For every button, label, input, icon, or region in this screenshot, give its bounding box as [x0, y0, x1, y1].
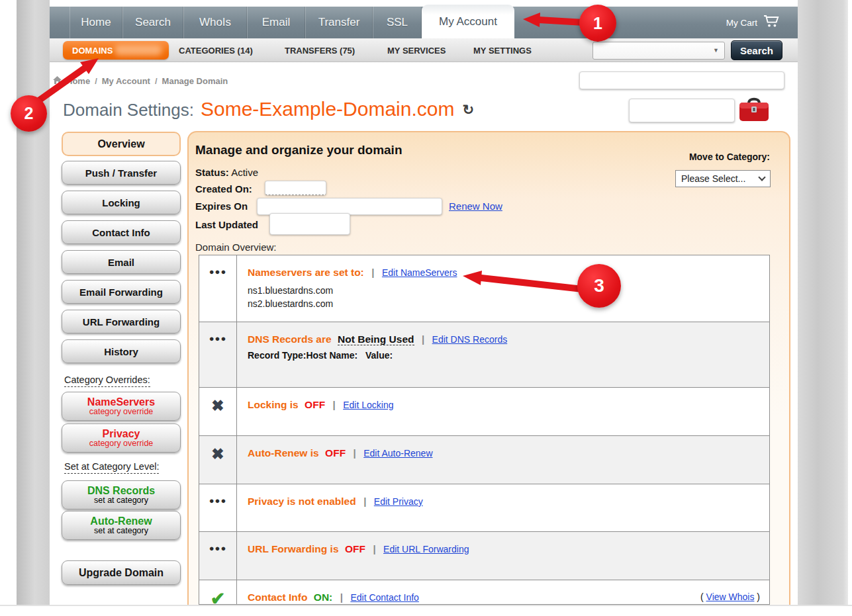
- refresh-icon[interactable]: ↻: [462, 102, 474, 118]
- override-title: NameServers: [87, 396, 155, 408]
- tab-ssl[interactable]: SSL: [373, 7, 422, 38]
- category-select[interactable]: Please Select...: [675, 170, 771, 187]
- created-line: Created On:: [195, 183, 252, 195]
- breadcrumb-separator: /: [155, 76, 158, 86]
- subnav-item-transfers[interactable]: TRANSFERS (75): [285, 46, 355, 56]
- sidebar-item-label: Email: [108, 257, 134, 268]
- row-content: DNS Records are Not Being Used | Edit DN…: [237, 322, 769, 387]
- expires-label: Expires On: [195, 200, 248, 212]
- row-title: Nameservers are set to:: [248, 267, 364, 278]
- row-content: URL Forwarding is OFF | Edit URL Forward…: [237, 532, 769, 580]
- renew-now-link[interactable]: Renew Now: [449, 200, 502, 212]
- nameserver-list: ns1.bluestardns.com ns2.bluestardns.com: [248, 284, 759, 310]
- dots-glyph: ●●●: [209, 267, 227, 277]
- row-content: Auto-Renew is OFF | Edit Auto-Renew: [237, 436, 769, 484]
- pipe-divider: |: [333, 399, 336, 410]
- table-row-dns-records: ●●● DNS Records are Not Being Used | Edi…: [199, 322, 769, 388]
- tab-email[interactable]: Email: [247, 7, 305, 38]
- breadcrumb-my-account[interactable]: My Account: [102, 76, 150, 86]
- subnav-item-domains[interactable]: DOMAINS: [63, 41, 169, 60]
- table-row-nameservers: ●●● Nameservers are set to: | Edit NameS…: [199, 255, 769, 322]
- search-button[interactable]: Search: [731, 40, 782, 60]
- override-subtitle: category override: [89, 439, 154, 448]
- redacted-box: [629, 99, 735, 122]
- edit-dns-records-link[interactable]: Edit DNS Records: [432, 334, 508, 345]
- x-glyph: ✖: [211, 447, 224, 461]
- subnav-item-my-settings[interactable]: MY SETTINGS: [473, 46, 532, 56]
- sidebar-item-dns-records-category[interactable]: DNS Records set at category: [62, 480, 181, 509]
- edit-privacy-link[interactable]: Edit Privacy: [374, 496, 423, 507]
- breadcrumb: Home / My Account / Manage Domain: [53, 76, 228, 86]
- tab-whois[interactable]: WhoIs: [183, 7, 247, 38]
- nameserver-2: ns2.bluestardns.com: [248, 297, 759, 310]
- row-title: URL Forwarding is: [248, 543, 339, 554]
- sub-navbar: DOMAINS CATEGORIES (14) TRANSFERS (75) M…: [50, 38, 798, 62]
- subnav-item-my-services[interactable]: MY SERVICES: [387, 46, 446, 56]
- pipe-divider: |: [373, 543, 375, 554]
- table-row-auto-renew: ✖ Auto-Renew is OFF | Edit Auto-Renew: [199, 436, 769, 484]
- row-status-off: OFF: [345, 543, 365, 554]
- tab-my-account[interactable]: My Account: [422, 5, 514, 38]
- tab-search[interactable]: Search: [122, 7, 183, 38]
- sidebar-item-label: Locking: [102, 197, 140, 208]
- pipe-divider: |: [422, 333, 424, 345]
- toolbox-icon[interactable]: [739, 96, 769, 126]
- dropdown-arrow-icon[interactable]: ▼: [713, 47, 719, 54]
- sidebar-item-label: Email Forwarding: [79, 286, 163, 298]
- redacted-box: [579, 71, 784, 89]
- redacted-box: [265, 181, 326, 195]
- breadcrumb-separator: /: [95, 76, 97, 86]
- category-level-title: DNS Records: [87, 485, 155, 496]
- sidebar-item-locking[interactable]: Locking: [62, 191, 181, 214]
- paren-open: (: [700, 592, 706, 602]
- sidebar-item-email[interactable]: Email: [62, 250, 181, 274]
- row-content: Privacy is not enabled | Edit Privacy: [237, 484, 769, 531]
- override-subtitle: category override: [89, 408, 154, 416]
- row-title: Locking is: [248, 399, 299, 410]
- sidebar-item-auto-renew-category[interactable]: Auto-Renew set at category: [62, 511, 181, 540]
- paren-close: ): [754, 592, 760, 602]
- edit-locking-link[interactable]: Edit Locking: [343, 400, 393, 410]
- row-status-off: OFF: [305, 399, 325, 410]
- sidebar-item-label: Contact Info: [92, 227, 150, 238]
- domain-overview-label: Domain Overview:: [195, 242, 277, 253]
- sidebar-item-privacy-override[interactable]: Privacy category override: [62, 423, 181, 453]
- home-icon: [53, 76, 62, 86]
- dots-icon: ●●●: [199, 484, 237, 531]
- table-row-contact-info: ✔ Contact Info ON: | Edit Contact Info (…: [199, 580, 769, 605]
- sidebar-item-url-forwarding[interactable]: URL Forwarding: [62, 310, 181, 333]
- page: Home Search WhoIs Email Transfer SSL My …: [0, 0, 852, 616]
- subnav-item-categories[interactable]: CATEGORIES (14): [179, 46, 253, 56]
- domain-overview-table: ●●● Nameservers are set to: | Edit NameS…: [199, 255, 770, 605]
- row-content: Nameservers are set to: | Edit NameServe…: [237, 255, 769, 322]
- dots-glyph: ●●●: [209, 496, 227, 506]
- check-glyph: ✔: [211, 592, 226, 605]
- view-whois-link[interactable]: View Whois: [706, 592, 755, 602]
- domain-search-combobox[interactable]: ▼: [592, 42, 725, 60]
- edit-url-forwarding-link[interactable]: Edit URL Forwarding: [383, 544, 469, 554]
- sidebar-item-history[interactable]: History: [62, 339, 181, 363]
- edit-contact-info-link[interactable]: Edit Contact Info: [350, 592, 419, 603]
- edit-nameservers-link[interactable]: Edit NameServers: [382, 267, 457, 278]
- tab-home[interactable]: Home: [70, 7, 122, 38]
- sidebar-item-email-forwarding[interactable]: Email Forwarding: [62, 280, 181, 304]
- cart-icon[interactable]: [763, 15, 781, 30]
- row-content: Contact Info ON: | Edit Contact Info ( V…: [237, 580, 769, 605]
- tab-transfer[interactable]: Transfer: [305, 7, 373, 38]
- sidebar-item-label: History: [104, 346, 138, 357]
- check-icon: ✔: [199, 580, 237, 605]
- row-title: Contact Info: [248, 592, 307, 603]
- upgrade-domain-button[interactable]: Upgrade Domain: [62, 560, 181, 585]
- my-cart[interactable]: My Cart: [726, 7, 781, 38]
- nameserver-1: ns1.bluestardns.com: [248, 284, 759, 297]
- sidebar-item-push-transfer[interactable]: Push / Transfer: [62, 161, 181, 185]
- sidebar-item-contact-info[interactable]: Contact Info: [62, 220, 181, 244]
- breadcrumb-home[interactable]: Home: [66, 76, 90, 86]
- updated-label: Last Updated: [195, 219, 258, 230]
- edit-auto-renew-link[interactable]: Edit Auto-Renew: [363, 448, 432, 459]
- panel-heading: Manage and organize your domain: [195, 143, 402, 157]
- page-title: Domain Settings: Some-Example-Domain.com…: [63, 98, 474, 120]
- view-whois-wrap: ( View Whois ): [700, 592, 760, 602]
- sidebar-item-overview[interactable]: Overview: [62, 132, 181, 156]
- sidebar-item-nameservers-override[interactable]: NameServers category override: [62, 392, 181, 421]
